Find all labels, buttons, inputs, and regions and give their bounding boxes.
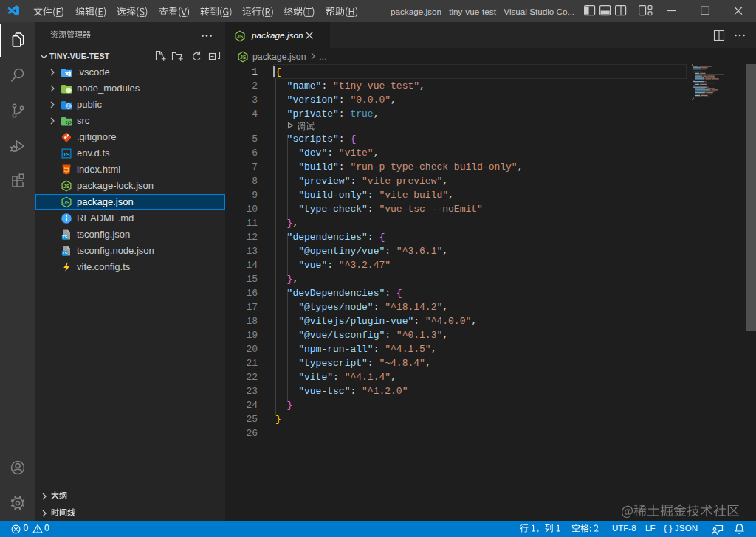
svg-text:TS: TS [62, 235, 67, 239]
svg-text:JS: JS [63, 184, 70, 189]
svg-text:JS: JS [63, 200, 70, 205]
svg-text:TS: TS [63, 151, 70, 158]
svg-text:JS: JS [237, 34, 244, 39]
svg-text:TS: TS [62, 251, 67, 255]
svg-text:JS: JS [240, 55, 247, 60]
